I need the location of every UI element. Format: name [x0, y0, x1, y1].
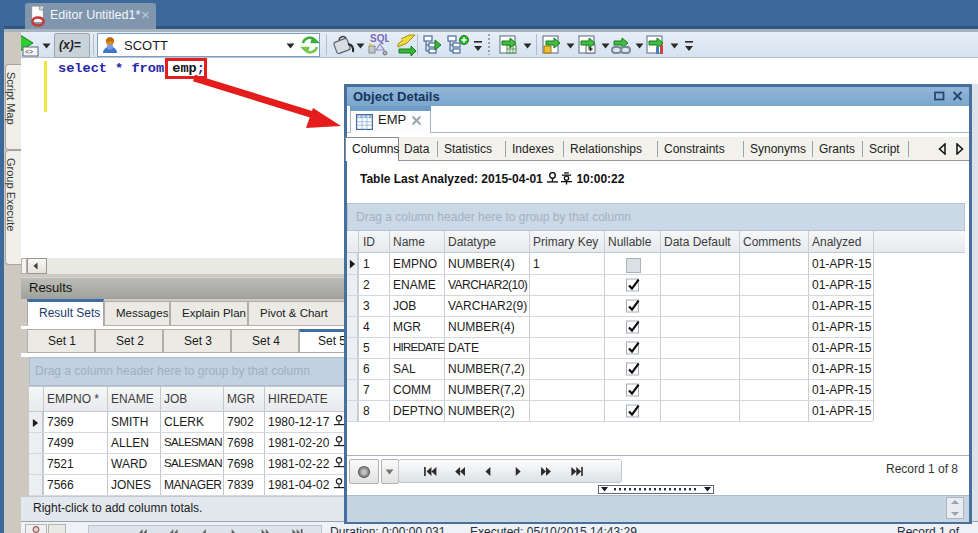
svg-text:SQL: SQL — [370, 33, 389, 44]
svg-text:<>: <> — [25, 48, 33, 55]
